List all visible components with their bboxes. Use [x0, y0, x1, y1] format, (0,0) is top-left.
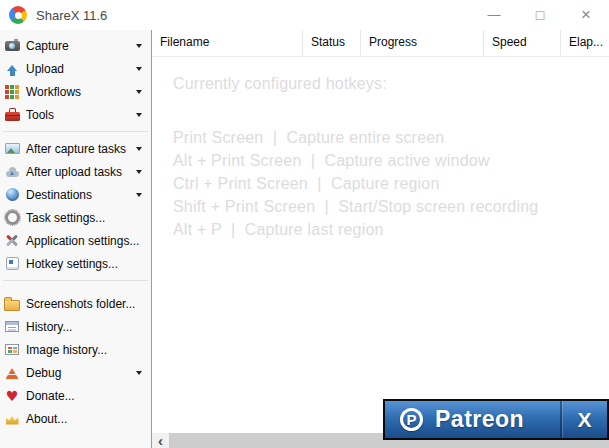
column-header-filename[interactable]: Filename	[152, 30, 302, 56]
sharex-logo-icon	[9, 6, 27, 24]
chevron-down-icon	[136, 170, 142, 174]
sidebar-item-after-capture-tasks[interactable]: After capture tasks	[0, 137, 151, 160]
sidebar-item-label: Tools	[26, 108, 54, 122]
sidebar-item-label: Task settings...	[26, 211, 105, 225]
chevron-down-icon	[136, 371, 142, 375]
sidebar-item-label: After upload tasks	[26, 165, 122, 179]
cloud-upload-icon	[4, 164, 20, 180]
sidebar-item-label: Hotkey settings...	[26, 257, 118, 271]
sidebar-item-tools[interactable]: Tools	[0, 103, 151, 126]
sidebar-item-upload[interactable]: Upload	[0, 57, 151, 80]
column-header-speed[interactable]: Speed	[483, 30, 560, 56]
sidebar-item-label: Capture	[26, 39, 69, 53]
history-list-icon	[4, 319, 20, 335]
sidebar: Capture Upload Workflows Tools	[0, 30, 152, 448]
column-header-progress[interactable]: Progress	[360, 30, 483, 56]
maximize-button[interactable]: □	[517, 0, 563, 30]
sidebar-item-label: After capture tasks	[26, 142, 126, 156]
patreon-banner[interactable]: P Patreon X	[383, 399, 609, 440]
sidebar-item-history[interactable]: History...	[0, 315, 151, 338]
sidebar-item-debug[interactable]: Debug	[0, 361, 151, 384]
sidebar-item-label: Destinations	[26, 188, 92, 202]
sidebar-item-donate[interactable]: ♥ Donate...	[0, 384, 151, 407]
close-button[interactable]: ×	[563, 0, 609, 30]
sidebar-item-about[interactable]: About...	[0, 407, 151, 430]
sidebar-item-task-settings[interactable]: Task settings...	[0, 206, 151, 229]
window-controls: — □ ×	[471, 0, 609, 30]
column-header-status[interactable]: Status	[302, 30, 360, 56]
after-capture-image-icon	[4, 141, 20, 157]
scroll-left-button[interactable]: ‹	[152, 433, 169, 448]
image-grid-icon	[4, 342, 20, 358]
chevron-down-icon	[136, 193, 142, 197]
column-header-elapsed[interactable]: Elap...	[560, 30, 609, 56]
sidebar-item-destinations[interactable]: Destinations	[0, 183, 151, 206]
keyboard-key-icon	[4, 256, 20, 272]
sidebar-item-screenshots-folder[interactable]: Screenshots folder...	[0, 292, 151, 315]
hotkey-line: Shift + Print Screen | Start/Stop screen…	[173, 195, 609, 218]
folder-icon	[4, 296, 20, 312]
task-list-panel: Filename Status Progress Speed Elap... C…	[152, 30, 609, 448]
upload-arrow-icon	[4, 61, 20, 77]
window-title: ShareX 11.6	[36, 8, 107, 23]
minimize-button[interactable]: —	[471, 0, 517, 30]
sidebar-item-label: Donate...	[26, 389, 75, 403]
chevron-down-icon	[136, 113, 142, 117]
heart-icon: ♥	[4, 388, 20, 404]
crown-icon	[4, 411, 20, 427]
chevron-down-icon	[136, 147, 142, 151]
gear-icon	[4, 210, 20, 226]
traffic-cone-icon	[4, 365, 20, 381]
sidebar-item-label: Upload	[26, 62, 64, 76]
hotkey-line: Ctrl + Print Screen | Capture region	[173, 172, 609, 195]
title-bar: ShareX 11.6 — □ ×	[0, 0, 609, 30]
sidebar-item-label: Application settings...	[26, 234, 139, 248]
camera-icon	[4, 38, 20, 54]
patreon-label: Patreon	[435, 406, 524, 433]
sidebar-item-image-history[interactable]: Image history...	[0, 338, 151, 361]
sidebar-item-label: Screenshots folder...	[26, 297, 135, 311]
sidebar-item-label: Debug	[26, 366, 61, 380]
sidebar-item-label: Image history...	[26, 343, 107, 357]
sidebar-item-after-upload-tasks[interactable]: After upload tasks	[0, 160, 151, 183]
sidebar-item-capture[interactable]: Capture	[0, 34, 151, 57]
sidebar-item-label: About...	[26, 412, 67, 426]
sidebar-item-label: Workflows	[26, 85, 81, 99]
patreon-logo-icon: P	[400, 408, 423, 431]
task-list-header: Filename Status Progress Speed Elap...	[152, 30, 609, 57]
sidebar-item-workflows[interactable]: Workflows	[0, 80, 151, 103]
sidebar-separator	[3, 280, 148, 281]
hotkeys-watermark-title: Currently configured hotkeys:	[173, 75, 609, 93]
sidebar-item-application-settings[interactable]: Application settings...	[0, 229, 151, 252]
sharex-window: ShareX 11.6 — □ × Capture Upload	[0, 0, 609, 448]
workflows-grid-icon	[4, 84, 20, 100]
chevron-down-icon	[136, 90, 142, 94]
hotkey-line: Alt + P | Capture last region	[173, 218, 609, 241]
toolbox-icon	[4, 107, 20, 123]
chevron-down-icon	[136, 67, 142, 71]
sidebar-separator	[3, 131, 148, 132]
sidebar-item-label: History...	[26, 320, 72, 334]
sidebar-item-hotkey-settings[interactable]: Hotkey settings...	[0, 252, 151, 275]
chevron-down-icon	[136, 44, 142, 48]
hotkeys-watermark: Currently configured hotkeys: Print Scre…	[173, 75, 609, 241]
crossed-tools-icon	[4, 233, 20, 249]
globe-icon	[4, 187, 20, 203]
patreon-close-button[interactable]: X	[562, 408, 607, 432]
hotkey-line: Alt + Print Screen | Capture active wind…	[173, 149, 609, 172]
hotkey-line: Print Screen | Capture entire screen	[173, 126, 609, 149]
